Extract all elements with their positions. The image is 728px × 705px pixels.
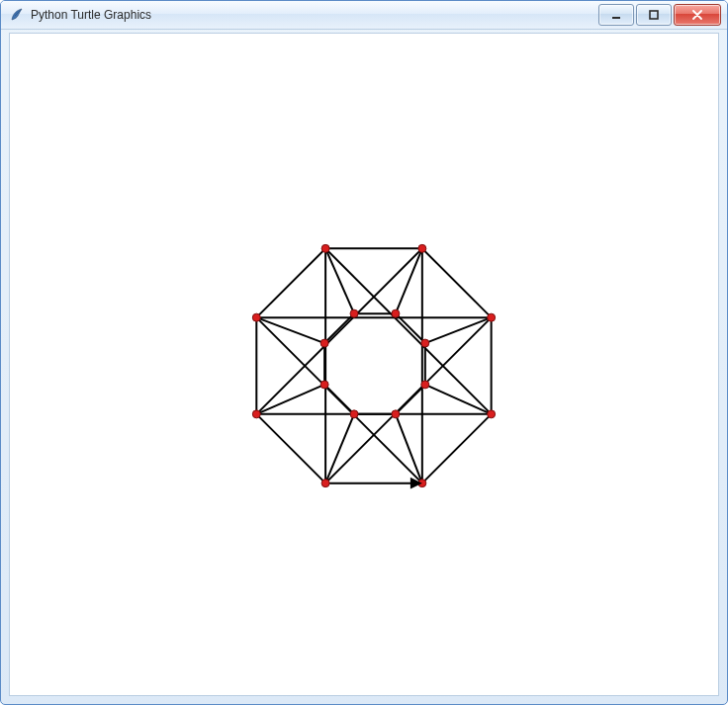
vertex-dot [488, 313, 496, 321]
svg-rect-0 [612, 17, 620, 19]
edge [325, 317, 492, 483]
maximize-button[interactable] [636, 4, 672, 26]
vertex-dot [252, 313, 260, 321]
tesseract-drawing [10, 34, 718, 695]
minimize-button[interactable] [598, 4, 634, 26]
client-area [9, 33, 719, 696]
vertex-dot [418, 244, 426, 252]
vertex-dot [320, 381, 328, 389]
vertex-dot [321, 244, 329, 252]
vertex-dot [421, 339, 429, 347]
edge [396, 414, 422, 484]
vertex-dot [320, 339, 328, 347]
edge [325, 414, 354, 484]
edge [425, 317, 492, 343]
edge [325, 248, 492, 413]
vertex-dot [488, 410, 496, 418]
vertex-dot [392, 309, 400, 317]
edge [256, 317, 324, 343]
svg-rect-1 [650, 11, 658, 19]
window-controls [596, 4, 721, 26]
edge [256, 385, 324, 414]
edge [256, 248, 422, 413]
vertex-dot [421, 381, 429, 389]
edge [425, 385, 492, 414]
edge [325, 248, 354, 313]
vertex-dot [350, 410, 358, 418]
edge [256, 414, 325, 484]
vertex-dot [350, 309, 358, 317]
window-title: Python Turtle Graphics [31, 8, 596, 22]
app-window: Python Turtle Graphics [0, 0, 728, 705]
turtle-canvas [10, 34, 718, 695]
edge [256, 248, 325, 317]
titlebar[interactable]: Python Turtle Graphics [1, 1, 727, 30]
edge [256, 317, 422, 483]
vertex-dot [252, 410, 260, 418]
edge [396, 248, 422, 313]
edge [422, 248, 492, 317]
python-feather-icon [9, 7, 25, 23]
vertex-dot [321, 480, 329, 487]
edge [422, 414, 492, 484]
close-button[interactable] [674, 4, 721, 26]
vertex-dot [392, 410, 400, 418]
